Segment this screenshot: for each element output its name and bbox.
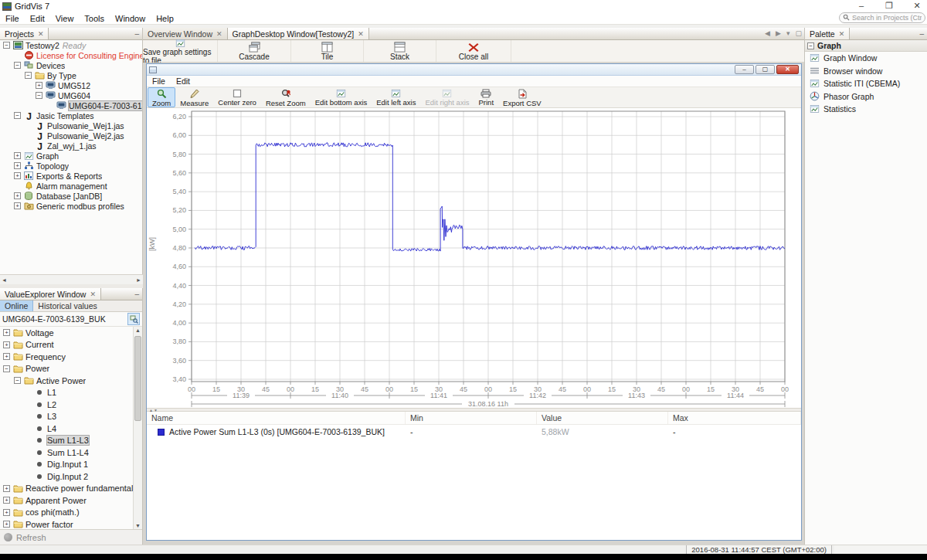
close-tab-icon[interactable]: ✕ [358,30,364,38]
expand-icon[interactable]: + [3,509,10,516]
expand-icon[interactable]: + [14,152,21,159]
save-graph-settings-to-file-button[interactable]: Save graph settings to file [143,40,218,62]
minimize-graph-window-button[interactable]: – [735,65,754,74]
graph-menu-edit[interactable]: Edit [171,76,195,86]
value-tree-cos-phi-math[interactable]: +cos phi(math.) [0,507,142,519]
tab-overview-window[interactable]: Overview Window✕ [143,28,228,39]
expand-icon[interactable]: + [14,192,21,199]
menu-edit[interactable]: Edit [25,14,50,23]
value-tree-apparent-power[interactable]: +Apparent Power [0,494,142,507]
palette-item-statistic-iti-cbema[interactable]: Statistic ITI (CBEMA) [805,77,927,90]
minimize-panel-icon[interactable]: – [134,290,139,298]
collapse-icon[interactable]: − [14,62,21,69]
projects-tree-database-jandb[interactable]: +Database [JanDB] [0,191,142,201]
restore-graph-window-button[interactable]: ▢ [756,65,775,74]
close-tab-icon[interactable]: ✕ [839,30,845,38]
close-tab-icon[interactable]: ✕ [38,30,44,38]
edit-left-axis-button[interactable]: Edit left axis [372,87,420,107]
scrollbar-thumb[interactable] [134,336,141,421]
expand-icon[interactable]: + [14,162,21,169]
zoom-button[interactable]: Zoom [148,87,175,107]
graph-menu-file[interactable]: File [147,76,171,86]
projects-tree-pulsowanie-wej1-jas[interactable]: JPulsowanie_Wej1.jas [0,120,142,131]
value-tree-current[interactable]: +Current [0,339,142,351]
value-tree-frequency[interactable]: +Frequency [0,351,142,363]
projects-tree-alarm-management[interactable]: Alarm management [0,181,142,191]
projects-tree-topology[interactable]: +Topology [0,161,142,171]
projects-tree-by-type[interactable]: −By Type [0,70,142,80]
value-tree-reactive-power-fundamental[interactable]: +Reactive power fundamental [0,483,142,495]
minimize-panel-icon[interactable]: – [919,29,924,38]
close-all-button[interactable]: Close all [436,40,511,62]
projects-tree-testowy2[interactable]: −Testowy2Ready [0,40,142,50]
projects-tree-generic-modbus-profiles[interactable]: +Generic modbus profiles [0,201,142,211]
close-window-button[interactable]: ✕ [912,1,922,11]
scroll-left-icon[interactable]: ◄ [2,277,7,283]
value-tree-power[interactable]: −Power [0,363,142,375]
scroll-up-icon[interactable]: ▲ [135,328,141,333]
measure-button[interactable]: Measure [175,87,213,107]
close-graph-window-button[interactable]: ✕ [776,65,799,74]
palette-item-statistics[interactable]: Statistics [805,103,927,116]
close-tab-icon[interactable]: ✕ [90,290,96,298]
restore-window-button[interactable]: ❐ [884,1,895,11]
subtab-online[interactable]: Online [0,300,33,311]
minimize-panel-icon[interactable]: – [134,29,139,38]
search-input[interactable]: Search in Projects (Ctrl+I) [839,12,925,23]
projects-tree-umg604-e-7003-6139-buk[interactable]: UMG604-E-7003-6139_BUK [0,100,142,110]
export-csv-button[interactable]: Export CSV [498,87,546,107]
collapse-icon[interactable]: − [3,365,10,372]
value-tree-l1[interactable]: L1 [0,387,142,399]
collapse-icon[interactable]: − [3,42,10,49]
value-tree-voltage[interactable]: +Voltage [0,327,142,339]
expand-icon[interactable]: + [3,521,10,528]
projects-tree-umg512[interactable]: +UMG512 [0,80,142,90]
tabs-list-icon[interactable]: ▾ [786,29,790,37]
edit-bottom-axis-button[interactable]: Edit bottom axis [311,87,372,107]
value-tree-l3[interactable]: L3 [0,411,142,423]
tab-projects[interactable]: Projects✕ [0,28,49,39]
menu-file[interactable]: File [0,14,25,23]
maximize-document-icon[interactable]: ▢ [795,29,802,37]
device-search-button[interactable] [127,313,140,325]
tab-palette[interactable]: Palette✕ [805,28,850,39]
menu-window[interactable]: Window [110,14,151,23]
value-tree-active-power[interactable]: −Active Power [0,375,142,387]
value-tree-power-factor[interactable]: +Power factor [0,518,142,529]
tabs-scroll-left-icon[interactable]: ◀ [765,29,770,37]
tab-graphdesktop-window-testowy2[interactable]: GraphDesktop Window[Testowy2]✕ [228,28,369,39]
cascade-button[interactable]: Cascade [218,40,291,62]
projects-tree-pulsowanie-wej2-jas[interactable]: JPulsowanie_Wej2.jas [0,131,142,141]
close-tab-icon[interactable]: ✕ [216,30,222,38]
table-row[interactable]: Active Power Sum L1-L3 (0s) [UMG604-E-70… [147,425,801,439]
print-button[interactable]: Print [474,87,499,107]
collapse-icon[interactable]: − [36,92,42,99]
projects-tree-exports-reports[interactable]: +Exports & Reports [0,171,142,181]
tile-button[interactable]: Tile [291,40,364,62]
expand-icon[interactable]: + [14,202,21,209]
palette-item-browser-window[interactable]: Browser window [805,65,927,78]
projects-tree-jasic-templates[interactable]: −JJasic Templates [0,110,142,120]
expand-icon[interactable]: + [3,329,10,336]
collapse-icon[interactable]: − [807,42,814,49]
expand-icon[interactable]: + [3,353,10,360]
power-line-chart[interactable]: 6,206,005,805,605,405,205,004,804,604,40… [147,108,803,408]
projects-tree-zal-wyj-1-jas[interactable]: JZal_wyj_1.jas [0,141,142,151]
graph-window-titlebar[interactable]: – ▢ ✕ [147,64,801,76]
projects-tree-devices[interactable]: −Devices [0,60,142,70]
refresh-button[interactable]: Refresh [16,533,46,542]
expand-icon[interactable]: + [3,341,10,348]
palette-item-phasor-graph[interactable]: Phasor Graph [805,90,927,104]
center-zero-button[interactable]: Center zero [213,87,261,107]
value-tree-sum-l1-l3[interactable]: Sum L1-L3 [0,435,142,447]
projects-tree-umg604[interactable]: −UMG604 [0,90,142,100]
collapse-icon[interactable]: − [25,72,32,79]
scroll-right-icon[interactable]: ► [136,277,141,283]
expand-icon[interactable]: + [3,485,10,492]
palette-section-graph[interactable]: − Graph [805,40,927,52]
expand-icon[interactable]: + [3,497,10,504]
projects-tree-license-for-consulting-engineer[interactable]: License for Consulting Engineer [0,50,142,60]
subtab-historical-values[interactable]: Historical values [33,300,101,311]
stack-button[interactable]: Stack [364,40,436,62]
projects-horizontal-scrollbar[interactable]: ◄ ► [0,274,143,284]
